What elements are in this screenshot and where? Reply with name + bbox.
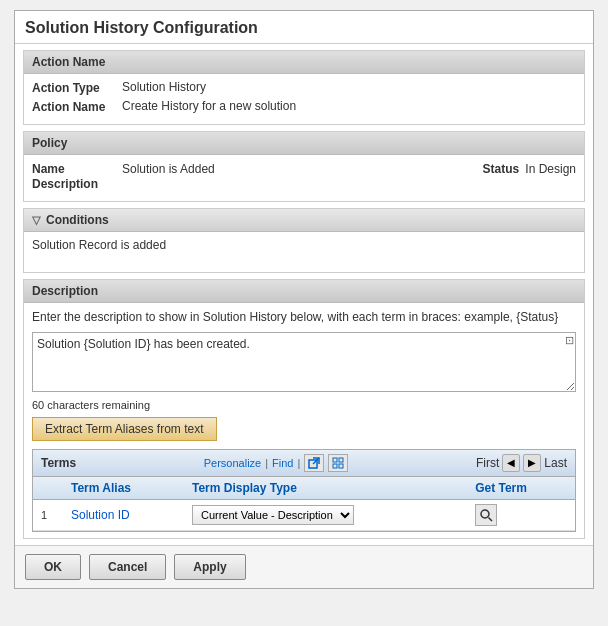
- filter-icon: ▽: [32, 214, 40, 227]
- policy-right: Status In Design: [483, 162, 576, 176]
- terms-table-header-row: Term Alias Term Display Type Get Term: [33, 477, 575, 500]
- action-type-value: Solution History: [122, 80, 206, 94]
- col-get-term: Get Term: [467, 477, 575, 500]
- last-label: Last: [544, 456, 567, 470]
- terms-table: Term Alias Term Display Type Get Term 1 …: [33, 477, 575, 531]
- conditions-header: ▽ Conditions: [24, 209, 584, 232]
- svg-rect-5: [339, 464, 343, 468]
- row-number: 1: [33, 499, 63, 530]
- policy-body: Name Solution is Added Status In Design …: [24, 155, 584, 201]
- expand-icon[interactable]: ⊡: [565, 334, 574, 347]
- svg-rect-3: [339, 458, 343, 462]
- cancel-button[interactable]: Cancel: [89, 554, 166, 580]
- apply-button[interactable]: Apply: [174, 554, 245, 580]
- external-link-icon-btn[interactable]: [304, 454, 324, 472]
- get-term-search-btn[interactable]: [475, 504, 497, 526]
- action-name-header: Action Name: [24, 51, 584, 74]
- action-name-label: Action Name: [32, 99, 122, 114]
- svg-point-6: [481, 510, 489, 518]
- terms-section: Terms Personalize | Find |: [32, 449, 576, 532]
- terms-title: Terms: [41, 456, 76, 470]
- conditions-section: ▽ Conditions Solution Record is added: [23, 208, 585, 273]
- conditions-text: Solution Record is added: [24, 232, 584, 272]
- external-link-icon: [308, 457, 320, 469]
- policy-description-row: Description: [32, 176, 576, 191]
- term-alias-link[interactable]: Solution ID: [71, 508, 130, 522]
- textarea-container: Solution {Solution ID} has been created.…: [32, 332, 576, 395]
- char-remaining: 60 characters remaining: [32, 399, 576, 411]
- action-name-body: Action Type Solution History Action Name…: [24, 74, 584, 124]
- ok-button[interactable]: OK: [25, 554, 81, 580]
- description-body: Enter the description to show in Solutio…: [24, 303, 584, 538]
- prev-btn[interactable]: ◀: [502, 454, 520, 472]
- policy-header: Policy: [24, 132, 584, 155]
- policy-name-row: Name Solution is Added Status In Design: [32, 161, 576, 176]
- grid-icon-btn[interactable]: [328, 454, 348, 472]
- action-name-value: Create History for a new solution: [122, 99, 296, 113]
- action-type-row: Action Type Solution History: [32, 80, 576, 95]
- table-row: 1 Solution ID Current Value - Descriptio…: [33, 499, 575, 530]
- col-row-num: [33, 477, 63, 500]
- next-btn[interactable]: ▶: [523, 454, 541, 472]
- desc-instruction: Enter the description to show in Solutio…: [32, 309, 576, 326]
- policy-status-label: Status: [483, 162, 520, 176]
- row-alias-cell: Solution ID: [63, 499, 184, 530]
- search-icon: [479, 508, 493, 522]
- main-container: Solution History Configuration Action Na…: [14, 10, 594, 589]
- action-type-label: Action Type: [32, 80, 122, 95]
- separator-1: |: [265, 457, 268, 469]
- terms-tools: Personalize | Find |: [204, 454, 349, 472]
- footer-buttons: OK Cancel Apply: [15, 545, 593, 588]
- grid-icon: [332, 457, 344, 469]
- row-get-term-cell: [467, 499, 575, 530]
- separator-2: |: [298, 457, 301, 469]
- find-link[interactable]: Find: [272, 457, 293, 469]
- svg-rect-4: [333, 464, 337, 468]
- policy-section: Policy Name Solution is Added Status In …: [23, 131, 585, 202]
- first-label: First: [476, 456, 499, 470]
- svg-rect-2: [333, 458, 337, 462]
- policy-name-value: Solution is Added: [122, 162, 215, 176]
- col-term-display-type: Term Display Type: [184, 477, 467, 500]
- term-display-type-select[interactable]: Current Value - Description Current Valu…: [192, 505, 354, 525]
- svg-line-1: [313, 458, 319, 464]
- description-header: Description: [24, 280, 584, 303]
- policy-description-label: Description: [32, 176, 122, 191]
- terms-nav: First ◀ ▶ Last: [476, 454, 567, 472]
- row-display-type-cell: Current Value - Description Current Valu…: [184, 499, 467, 530]
- conditions-title: Conditions: [46, 213, 109, 227]
- policy-name-label: Name: [32, 161, 122, 176]
- terms-header: Terms Personalize | Find |: [33, 450, 575, 477]
- action-name-row: Action Name Create History for a new sol…: [32, 99, 576, 114]
- page-title: Solution History Configuration: [15, 11, 593, 44]
- col-term-alias: Term Alias: [63, 477, 184, 500]
- policy-status-value: In Design: [525, 162, 576, 176]
- svg-line-7: [489, 517, 493, 521]
- extract-btn[interactable]: Extract Term Aliases from text: [32, 417, 217, 441]
- personalize-link[interactable]: Personalize: [204, 457, 261, 469]
- action-name-section: Action Name Action Type Solution History…: [23, 50, 585, 125]
- desc-textarea[interactable]: Solution {Solution ID} has been created.: [32, 332, 576, 392]
- description-section: Description Enter the description to sho…: [23, 279, 585, 539]
- policy-left: Name Solution is Added: [32, 161, 483, 176]
